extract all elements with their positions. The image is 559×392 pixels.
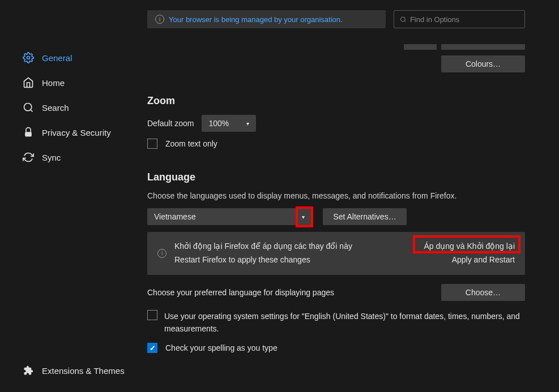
restart-notice: i Khởi động lại Firefox để áp dụng các t… — [147, 232, 525, 275]
main-content: i Your browser is being managed by your … — [147, 0, 559, 392]
language-description: Choose the languages used to display men… — [147, 191, 525, 200]
choose-button[interactable]: Choose… — [441, 284, 525, 301]
sidebar-label: Home — [42, 78, 65, 88]
sidebar-item-search[interactable]: Search — [0, 95, 147, 120]
svg-line-5 — [404, 20, 406, 21]
sidebar-item-home[interactable]: Home — [0, 70, 147, 95]
sidebar-label: General — [42, 53, 72, 63]
svg-rect-3 — [25, 132, 32, 136]
restart-message-vi: Khởi động lại Firefox để áp dụng các tha… — [174, 240, 416, 253]
colours-button[interactable]: Colours… — [441, 55, 525, 72]
sidebar-item-general[interactable]: General — [0, 45, 147, 70]
language-select[interactable]: Vietnamese ▾ — [147, 208, 311, 225]
lock-icon — [23, 127, 34, 138]
zoom-section: Zoom Default zoom 100% ▾ Zoom text only — [147, 95, 525, 149]
info-icon: i — [157, 249, 167, 258]
sidebar-label: Extensions & Themes — [42, 366, 125, 376]
svg-line-2 — [31, 110, 33, 112]
sidebar-label: Search — [42, 103, 69, 113]
home-icon — [23, 77, 34, 88]
search-icon — [23, 102, 34, 113]
prev-section-stub — [147, 44, 525, 50]
sidebar: General Home Search Privacy & Security — [0, 0, 147, 392]
zoom-text-only-label: Zoom text only — [165, 139, 217, 148]
zoom-text-only-checkbox[interactable] — [147, 139, 157, 149]
sidebar-label: Sync — [42, 153, 61, 162]
notice-text: Your browser is being managed by your or… — [169, 15, 343, 24]
language-title: Language — [147, 171, 525, 183]
sidebar-item-extensions[interactable]: Extensions & Themes — [23, 358, 136, 383]
default-zoom-label: Default zoom — [147, 119, 194, 128]
sync-icon — [23, 152, 34, 163]
os-settings-label: Use your operating system settings for "… — [164, 310, 525, 335]
org-notice[interactable]: i Your browser is being managed by your … — [147, 10, 386, 28]
puzzle-icon — [23, 365, 34, 376]
gear-icon — [23, 52, 34, 63]
spellcheck-label: Check your spelling as you type — [165, 343, 278, 352]
apply-restart-button-en[interactable]: Apply and Restart — [424, 253, 515, 267]
search-input-container[interactable] — [394, 10, 525, 28]
sidebar-item-sync[interactable]: Sync — [0, 145, 147, 170]
sidebar-label: Privacy & Security — [42, 128, 111, 137]
default-zoom-select[interactable]: 100% ▾ — [202, 115, 256, 132]
svg-point-4 — [400, 17, 405, 21]
restart-message-en: Restart Firefox to apply these changes — [174, 253, 416, 267]
svg-point-0 — [27, 57, 30, 59]
apply-restart-button-vi[interactable]: Áp dụng và Khởi động lại — [424, 240, 515, 253]
search-icon — [400, 16, 407, 23]
language-section: Language Choose the languages used to di… — [147, 171, 525, 353]
search-input[interactable] — [410, 15, 519, 24]
info-icon: i — [155, 15, 164, 24]
os-settings-checkbox[interactable] — [147, 310, 157, 320]
set-alternatives-button[interactable]: Set Alternatives… — [323, 208, 407, 225]
sidebar-item-privacy[interactable]: Privacy & Security — [0, 120, 147, 145]
chevron-down-icon: ▾ — [246, 120, 249, 127]
svg-point-1 — [24, 104, 32, 111]
spellcheck-checkbox[interactable] — [147, 343, 157, 353]
zoom-title: Zoom — [147, 95, 525, 107]
display-pages-label: Choose your preferred language for displ… — [147, 288, 334, 297]
chevron-down-icon: ▾ — [302, 214, 305, 220]
